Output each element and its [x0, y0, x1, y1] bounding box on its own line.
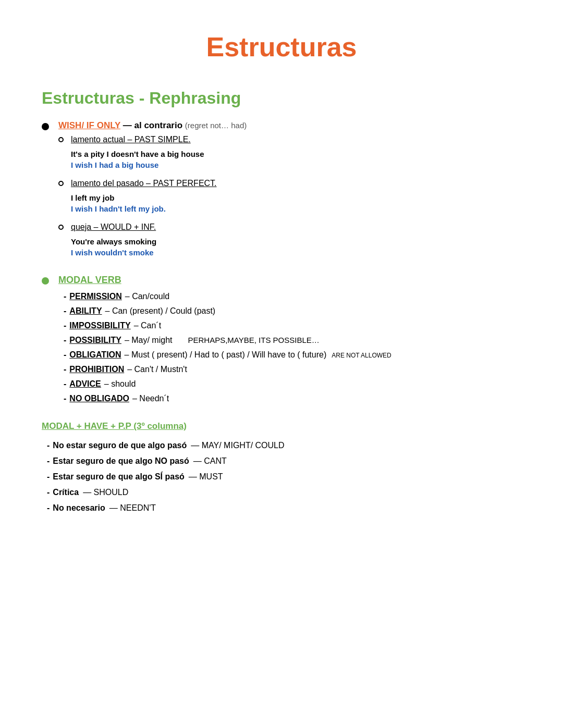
- dash-3: -: [64, 321, 66, 330]
- modal-verb-bullet-item: MODAL VERB - PERMISSION – Can/could - AB…: [42, 275, 521, 409]
- dash-6: -: [64, 365, 66, 374]
- def-no-obligado: – Needn´t: [132, 394, 169, 403]
- wish-dash: —: [123, 120, 134, 130]
- modal-items-list: - PERMISSION – Can/could - ABILITY – Can…: [58, 292, 521, 403]
- example-text-1: It's a pity I doesn't have a big house: [71, 150, 521, 158]
- wish-content: WISH/ IF ONLY — al contrario (regret not…: [58, 120, 521, 266]
- wish-regret: (regret not… had): [185, 121, 247, 130]
- mh-dash-1: -: [47, 456, 50, 466]
- term-impossibility: IMPOSSIBILITY: [69, 321, 130, 330]
- sub-item-lamento-pasado: lamento del pasado – PAST PERFECT. I lef…: [58, 179, 521, 216]
- modal-have-item-2: - Estar seguro de que algo SÍ pasó — MUS…: [47, 472, 521, 482]
- modal-have-items: - No estar seguro de que algo pasó — MAY…: [42, 441, 521, 513]
- term-obligation: OBLIGATION: [69, 350, 121, 360]
- mh-def-1: — CANT: [193, 456, 227, 466]
- mh-term-4: No necesario: [53, 503, 105, 513]
- modal-item-possibility: - POSSIBILITY – May/ might PERHAPS,MAYBE…: [64, 336, 521, 345]
- sub-list: lamento actual – PAST SIMPLE. It's a pit…: [58, 135, 521, 260]
- mh-def-3: — SHOULD: [83, 488, 128, 497]
- circle-bullet-2: [58, 181, 64, 186]
- modal-item-no-obligado: - NO OBLIGADO – Needn´t: [64, 394, 521, 403]
- mh-def-0: — MAY/ MIGHT/ COULD: [191, 441, 284, 450]
- modal-have-item-3: - Crítica — SHOULD: [47, 488, 521, 497]
- term-possibility: POSSIBILITY: [69, 336, 121, 345]
- example-text-2: I left my job: [71, 193, 521, 202]
- dash-4: -: [64, 336, 66, 345]
- circle-bullet-1: [58, 137, 64, 142]
- modal-item-advice: - ADVICE – should: [64, 379, 521, 389]
- def-permission: – Can/could: [125, 292, 169, 301]
- mh-dash-2: -: [47, 472, 50, 482]
- term-permission: PERMISSION: [69, 292, 121, 301]
- dash-1: -: [64, 292, 66, 301]
- modal-item-permission: - PERMISSION – Can/could: [64, 292, 521, 301]
- modal-item-impossibility: - IMPOSSIBILITY – Can´t: [64, 321, 521, 330]
- mh-dash-0: -: [47, 441, 50, 450]
- def-prohibition: – Can't / Mustn't: [127, 365, 187, 374]
- sub-content-1: lamento actual – PAST SIMPLE. It's a pit…: [71, 135, 521, 172]
- sub-heading-2: lamento del pasado – PAST PERFECT.: [71, 179, 217, 188]
- example-answer-2: I wish I hadn't left my job.: [71, 204, 521, 213]
- sub-item-queja: queja – WOULD + INF. You're always smoki…: [58, 223, 521, 260]
- sub-content-2: lamento del pasado – PAST PERFECT. I lef…: [71, 179, 521, 216]
- term-no-obligado: NO OBLIGADO: [69, 394, 129, 403]
- modal-have-item-0: - No estar seguro de que algo pasó — MAY…: [47, 441, 521, 450]
- def-obligation: – Must ( present) / Had to ( past) / Wil…: [125, 350, 327, 360]
- modal-item-ability: - ABILITY – Can (present) / Could (past): [64, 306, 521, 316]
- example-text-3: You're always smoking: [71, 237, 521, 246]
- def-possibility: – May/ might: [125, 336, 173, 345]
- mh-dash-3: -: [47, 488, 50, 497]
- dash-5: -: [64, 350, 66, 360]
- extra-obligation: ARE NOT ALLOWED: [332, 352, 391, 359]
- main-bullet-list: WISH/ IF ONLY — al contrario (regret not…: [42, 120, 521, 409]
- def-ability: – Can (present) / Could (past): [105, 306, 216, 316]
- bullet-dot: [42, 123, 49, 130]
- sub-heading-1: lamento actual – PAST SIMPLE.: [71, 135, 191, 144]
- wish-term: WISH/ IF ONLY: [58, 120, 120, 130]
- modal-item-obligation: - OBLIGATION – Must ( present) / Had to …: [64, 350, 521, 360]
- term-prohibition: PROHIBITION: [69, 365, 124, 374]
- wish-al-contrario: al contrario: [134, 120, 183, 130]
- mh-term-0: No estar seguro de que algo pasó: [53, 441, 187, 450]
- mh-term-3: Crítica: [53, 488, 79, 497]
- bullet-dot-green: [42, 277, 49, 285]
- modal-verb-content: MODAL VERB - PERMISSION – Can/could - AB…: [58, 275, 521, 409]
- mh-term-2: Estar seguro de que algo SÍ pasó: [53, 472, 185, 482]
- sub-item-lamento-actual: lamento actual – PAST SIMPLE. It's a pit…: [58, 135, 521, 172]
- def-impossibility: – Can´t: [134, 321, 161, 330]
- modal-have-item-4: - No necesario — NEEDN'T: [47, 503, 521, 513]
- example-answer-1: I wish I had a big house: [71, 161, 521, 169]
- modal-have-section: MODAL + HAVE + P.P (3º columna) - No est…: [42, 421, 521, 513]
- wish-bullet-item: WISH/ IF ONLY — al contrario (regret not…: [42, 120, 521, 266]
- page-title: Estructuras: [42, 31, 521, 63]
- term-advice: ADVICE: [69, 379, 101, 389]
- def-advice: – should: [104, 379, 136, 389]
- dash-2: -: [64, 306, 66, 316]
- term-ability: ABILITY: [69, 306, 102, 316]
- sub-content-3: queja – WOULD + INF. You're always smoki…: [71, 223, 521, 260]
- modal-have-title: MODAL + HAVE + P.P (3º columna): [42, 421, 521, 431]
- mh-dash-4: -: [47, 503, 50, 513]
- extra-possibility: PERHAPS,MAYBE, ITS POSSIBLE…: [188, 336, 320, 344]
- modal-item-prohibition: - PROHIBITION – Can't / Mustn't: [64, 365, 521, 374]
- modal-have-item-1: - Estar seguro de que algo NO pasó — CAN…: [47, 456, 521, 466]
- dash-7: -: [64, 379, 66, 389]
- sub-heading-3: queja – WOULD + INF.: [71, 223, 156, 231]
- circle-bullet-3: [58, 225, 64, 230]
- mh-term-1: Estar seguro de que algo NO pasó: [53, 456, 189, 466]
- section-title: Estructuras - Rephrasing: [42, 89, 521, 108]
- example-answer-3: I wish wouldn't smoke: [71, 248, 521, 257]
- wish-heading: WISH/ IF ONLY — al contrario (regret not…: [58, 120, 247, 130]
- mh-def-4: — NEEDN'T: [109, 503, 156, 513]
- dash-8: -: [64, 394, 66, 403]
- modal-verb-heading: MODAL VERB: [58, 275, 121, 285]
- mh-def-2: — MUST: [189, 472, 223, 482]
